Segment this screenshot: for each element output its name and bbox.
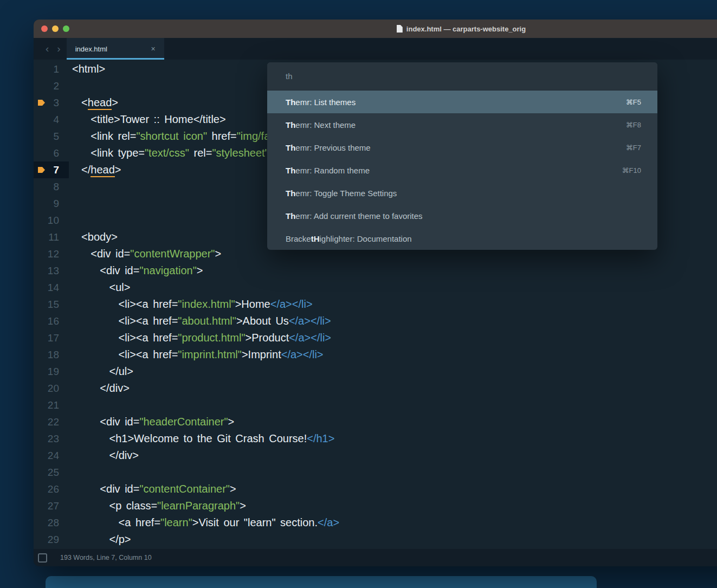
bookmark-marker-icon <box>38 167 45 173</box>
palette-item[interactable]: BracketHighlighter: Documentation <box>267 227 657 250</box>
line-number: 11 <box>34 229 69 245</box>
palette-search-input[interactable]: th <box>267 62 657 91</box>
code-line[interactable]: <h1>Welcome to the Git Crash Course!</h1… <box>72 430 717 447</box>
close-window-button[interactable] <box>41 25 48 32</box>
palette-query-text: th <box>286 72 293 81</box>
palette-item-label: Themr: Previous theme <box>286 143 626 152</box>
window-title-group: index.html — carparts-website_orig <box>397 25 526 33</box>
line-number: 21 <box>34 397 69 413</box>
code-line[interactable]: </div> <box>72 380 717 397</box>
code-line[interactable]: <a href="learn">Visit our "learn" sectio… <box>72 514 717 531</box>
code-line[interactable]: </div> <box>72 447 717 464</box>
line-number: 15 <box>34 296 69 313</box>
palette-item[interactable]: Themr: List themes⌘F5 <box>267 91 657 113</box>
code-line[interactable]: <div id="headerContainer"> <box>72 413 717 430</box>
window-title: index.html — carparts-website_orig <box>406 25 526 33</box>
line-number: 9 <box>34 195 69 212</box>
line-number: 17 <box>34 329 69 346</box>
palette-item-label: Themr: List themes <box>286 98 626 107</box>
background-window-edge <box>46 576 597 588</box>
palette-item-label: Themr: Next theme <box>286 120 626 130</box>
tab-bar: ‹ › index.html × <box>34 38 717 60</box>
line-number: 1 <box>34 61 69 77</box>
line-number: 12 <box>34 245 69 262</box>
line-number: 23 <box>34 430 69 447</box>
line-number: 14 <box>34 279 69 296</box>
palette-item[interactable]: Themr: Add current theme to favorites <box>267 204 657 227</box>
line-number: 7 <box>34 161 69 178</box>
tab-index-html[interactable]: index.html × <box>67 38 164 60</box>
status-text: 193 Words, Line 7, Column 10 <box>60 554 152 561</box>
history-forward-icon[interactable]: › <box>57 43 60 55</box>
minimize-window-button[interactable] <box>52 25 59 32</box>
line-number: 28 <box>34 514 69 531</box>
gutter: 1234567891011121314151617181920212223242… <box>34 60 69 549</box>
bookmark-marker-icon <box>38 100 45 106</box>
sidebar-toggle-icon[interactable] <box>38 553 47 563</box>
tab-history-nav: ‹ › <box>34 38 61 60</box>
line-number: 8 <box>34 178 69 195</box>
line-number: 29 <box>34 531 69 548</box>
line-number: 24 <box>34 447 69 464</box>
palette-item-label: Themr: Add current theme to favorites <box>286 211 641 221</box>
code-line[interactable]: <div id="navigation"> <box>72 262 717 279</box>
shortcut-hint: ⌘F5 <box>626 98 641 106</box>
desktop: index.html — carparts-website_orig ‹ › i… <box>0 0 717 588</box>
palette-item-label: Themr: Toggle Theme Settings <box>286 189 641 198</box>
status-bar: 193 Words, Line 7, Column 10 <box>34 549 717 566</box>
code-line[interactable]: <p class="learnParagraph"> <box>72 497 717 514</box>
document-icon <box>397 25 403 33</box>
line-number: 13 <box>34 262 69 279</box>
palette-item[interactable]: Themr: Previous theme⌘F7 <box>267 136 657 159</box>
line-number: 26 <box>34 481 69 497</box>
code-line[interactable] <box>72 464 717 481</box>
line-number: 25 <box>34 464 69 481</box>
line-number: 20 <box>34 380 69 397</box>
line-number: 2 <box>34 77 69 94</box>
line-number: 10 <box>34 212 69 229</box>
palette-item[interactable]: Themr: Next theme⌘F8 <box>267 113 657 136</box>
line-number: 16 <box>34 313 69 329</box>
shortcut-hint: ⌘F7 <box>626 144 641 152</box>
active-tab-indicator <box>67 58 164 60</box>
palette-item-label: Themr: Random theme <box>286 166 622 175</box>
traffic-lights <box>41 20 69 38</box>
line-number: 27 <box>34 497 69 514</box>
shortcut-hint: ⌘F8 <box>626 121 641 129</box>
line-number: 6 <box>34 145 69 161</box>
command-palette: th Themr: List themes⌘F5Themr: Next them… <box>267 62 657 250</box>
palette-results: Themr: List themes⌘F5Themr: Next theme⌘F… <box>267 91 657 250</box>
history-back-icon[interactable]: ‹ <box>46 43 49 55</box>
code-line[interactable]: </p> <box>72 531 717 548</box>
palette-item[interactable]: Themr: Toggle Theme Settings <box>267 182 657 204</box>
tab-close-icon[interactable]: × <box>151 44 155 53</box>
line-number: 19 <box>34 363 69 380</box>
line-number: 3 <box>34 94 69 111</box>
line-number: 22 <box>34 413 69 430</box>
titlebar[interactable]: index.html — carparts-website_orig <box>34 20 717 38</box>
code-line[interactable]: <li><a href="product.html">Product</a></… <box>72 329 717 346</box>
code-line[interactable]: <li><a href="about.html">About Us</a></l… <box>72 313 717 329</box>
code-line[interactable]: <ul> <box>72 279 717 296</box>
line-number: 5 <box>34 128 69 145</box>
line-number: 18 <box>34 346 69 363</box>
palette-item-label: BracketHighlighter: Documentation <box>286 234 641 243</box>
code-line[interactable]: <li><a href="imprint.html">Imprint</a></… <box>72 346 717 363</box>
palette-item[interactable]: Themr: Random theme⌘F10 <box>267 159 657 182</box>
code-line[interactable]: <li><a href="index.html">Home</a></li> <box>72 296 717 313</box>
tab-label: index.html <box>75 45 107 53</box>
shortcut-hint: ⌘F10 <box>622 166 641 175</box>
code-line[interactable] <box>72 397 717 413</box>
zoom-window-button[interactable] <box>63 25 69 32</box>
code-line[interactable]: </ul> <box>72 363 717 380</box>
code-line[interactable]: <div id="contentContainer"> <box>72 481 717 497</box>
line-number: 4 <box>34 111 69 128</box>
